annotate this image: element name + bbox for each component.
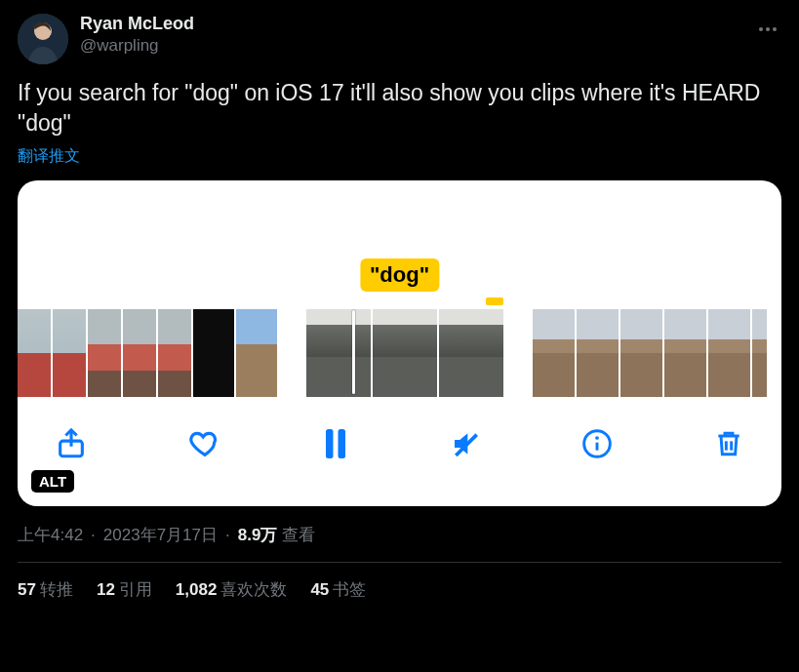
tweet-body: If you search for "dog" on iOS 17 it'll … [18, 78, 781, 138]
svg-rect-6 [326, 429, 334, 458]
thumbnail [53, 309, 86, 397]
clip-group-2 [306, 309, 503, 397]
share-button[interactable] [55, 427, 88, 460]
mute-button[interactable] [451, 428, 482, 459]
media-card[interactable]: "dog" [18, 180, 781, 506]
tweet-stats: 57转推 12引用 1,082喜欢次数 45书签 [18, 563, 781, 601]
quotes-label: 引用 [119, 580, 152, 599]
thumbnail [236, 309, 277, 397]
likes-label: 喜欢次数 [220, 580, 287, 599]
caption-marker [486, 297, 503, 305]
playhead[interactable] [352, 310, 355, 394]
thumbnail [533, 309, 575, 397]
translate-link[interactable]: 翻译推文 [18, 146, 781, 167]
retweets-count: 57 [18, 580, 36, 599]
thumbnail [439, 309, 503, 397]
tweet-time[interactable]: 上午4:42 [18, 524, 83, 546]
info-icon [581, 428, 613, 459]
tweet-date[interactable]: 2023年7月17日 [103, 524, 218, 546]
views-count: 8.9万 [238, 526, 278, 544]
more-icon [756, 18, 779, 41]
thumbnail [193, 309, 234, 397]
meta-separator: · [89, 526, 98, 545]
alt-badge[interactable]: ALT [31, 470, 74, 493]
meta-separator: · [223, 526, 232, 545]
likes-stat[interactable]: 1,082喜欢次数 [176, 578, 288, 601]
thumbnail [708, 309, 750, 397]
clip-group-1 [18, 309, 277, 397]
thumbnail [306, 309, 371, 397]
tweet-header: Ryan McLeod @warpling [18, 14, 781, 64]
thumbnail [88, 309, 121, 397]
thumbnail [158, 309, 191, 397]
info-button[interactable] [581, 428, 613, 459]
bookmarks-stat[interactable]: 45书签 [310, 578, 366, 601]
share-icon [55, 427, 88, 460]
retweets-stat[interactable]: 57转推 [18, 578, 73, 601]
svg-point-3 [766, 27, 770, 31]
caption-pill: "dog" [360, 258, 439, 292]
trash-icon [713, 428, 744, 459]
media-toolbar [18, 397, 781, 479]
bookmarks-label: 书签 [333, 580, 366, 599]
thumbnail [752, 309, 767, 397]
author-block: Ryan McLeod @warpling [80, 14, 754, 56]
author-handle[interactable]: @warpling [80, 36, 754, 56]
trash-button[interactable] [713, 428, 744, 459]
author-display-name[interactable]: Ryan McLeod [80, 14, 754, 35]
more-button[interactable] [754, 14, 781, 49]
pause-button[interactable] [321, 426, 350, 461]
svg-point-9 [596, 436, 600, 440]
quotes-count: 12 [97, 580, 115, 599]
bookmarks-count: 45 [310, 580, 329, 599]
filmstrip [18, 309, 781, 397]
thumbnail [373, 309, 437, 397]
svg-point-4 [773, 27, 777, 31]
heart-icon [188, 427, 221, 460]
avatar-image [18, 14, 68, 64]
tweet-meta: 上午4:42 · 2023年7月17日 · 8.9万 查看 [18, 524, 781, 546]
thumbnail [577, 309, 619, 397]
pause-icon [321, 426, 350, 461]
tweet-container: Ryan McLeod @warpling If you search for … [0, 0, 799, 601]
like-button[interactable] [188, 427, 221, 460]
views-label: 查看 [282, 526, 315, 544]
clip-group-3 [533, 309, 767, 397]
avatar[interactable] [18, 14, 68, 64]
retweets-label: 转推 [40, 580, 73, 599]
media-top-whitespace: "dog" [18, 180, 781, 309]
likes-count: 1,082 [176, 580, 218, 599]
mute-icon [451, 428, 482, 459]
svg-rect-7 [339, 429, 346, 458]
quotes-stat[interactable]: 12引用 [97, 578, 152, 601]
thumbnail [18, 309, 51, 397]
thumbnail [664, 309, 706, 397]
thumbnail [123, 309, 156, 397]
thumbnail [620, 309, 662, 397]
svg-point-2 [759, 27, 763, 31]
